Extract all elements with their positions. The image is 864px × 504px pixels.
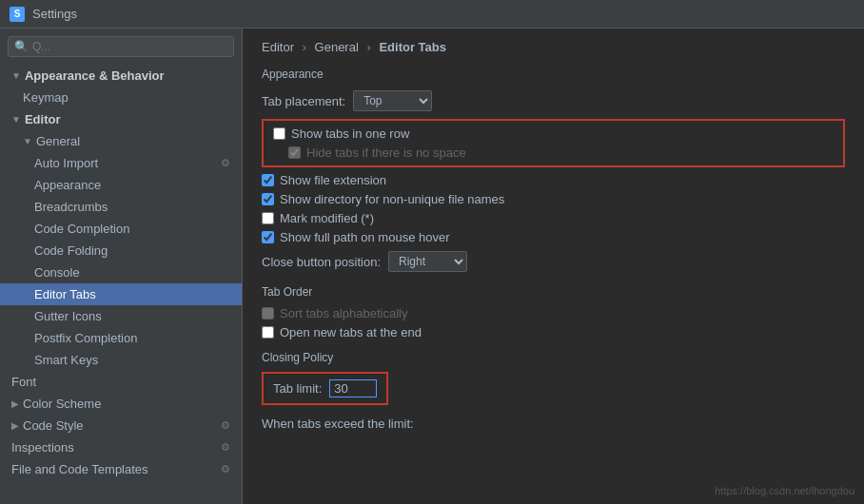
hide-tabs-no-space-row: Hide tabs if there is no space: [273, 145, 834, 160]
tab-limit-input[interactable]: [329, 379, 377, 397]
sort-alphabetically-label: Sort tabs alphabetically: [280, 306, 407, 320]
content-panel: Editor › General › Editor Tabs Appearanc…: [243, 29, 864, 504]
close-button-row: Close button position: Right Left Hidden: [262, 249, 845, 274]
sidebar-item-file-code-templates[interactable]: File and Code Templates ⚙: [0, 458, 242, 480]
show-directory-label: Show directory for non-unique file names: [280, 192, 504, 206]
open-new-tabs-label: Open new tabs at the end: [280, 325, 422, 339]
chevron-right-icon: ▶: [11, 420, 19, 431]
show-tabs-one-row-label: Show tabs in one row: [291, 126, 409, 141]
settings-icon: ⚙: [221, 157, 230, 169]
breadcrumb-sep-1: ›: [303, 40, 306, 54]
breadcrumb-sep-2: ›: [366, 40, 370, 54]
sidebar-item-code-completion[interactable]: Code Completion: [0, 218, 242, 240]
main-layout: 🔍 ▼ Appearance & Behavior Keymap ▼ Edito…: [0, 29, 864, 504]
sidebar-item-editor[interactable]: ▼ Editor: [0, 108, 242, 130]
show-tabs-one-row-row: Show tabs in one row: [273, 126, 834, 141]
sidebar-item-inspections[interactable]: Inspections ⚙: [0, 436, 242, 458]
closing-policy-section: Closing Policy Tab limit: When tabs exce…: [262, 351, 845, 431]
open-new-tabs-checkbox[interactable]: [262, 326, 274, 339]
breadcrumb: Editor › General › Editor Tabs: [262, 40, 845, 54]
show-file-extension-row: Show file extension: [262, 173, 845, 187]
tab-placement-row: Tab placement: Top Bottom Left Right Non…: [262, 88, 845, 113]
sort-alphabetically-checkbox[interactable]: [262, 307, 274, 320]
show-tabs-checkbox-group: Show tabs in one row Hide tabs if there …: [262, 119, 845, 167]
when-exceeds-label: When tabs exceed the limit:: [262, 417, 845, 431]
appearance-section-title: Appearance: [262, 68, 845, 81]
chevron-right-icon: ▶: [11, 398, 19, 409]
close-button-label: Close button position:: [262, 255, 381, 269]
settings-icon: ⚙: [221, 419, 230, 432]
show-directory-row: Show directory for non-unique file names: [262, 192, 845, 206]
sidebar-item-appearance-behavior[interactable]: ▼ Appearance & Behavior: [0, 65, 242, 87]
close-button-select[interactable]: Right Left Hidden: [388, 251, 467, 272]
sidebar-item-font[interactable]: Font: [0, 371, 242, 393]
sidebar-item-postfix-completion[interactable]: Postfix Completion: [0, 327, 242, 349]
tab-order-title: Tab Order: [262, 285, 845, 299]
sort-alpha-row: Sort tabs alphabetically: [262, 306, 845, 320]
sidebar-item-keymap[interactable]: Keymap: [0, 87, 242, 108]
sidebar-item-general[interactable]: ▼ General: [0, 130, 242, 152]
tab-order-section: Tab Order Sort tabs alphabetically Open …: [262, 285, 845, 339]
closing-policy-title: Closing Policy: [262, 351, 845, 364]
search-input[interactable]: [32, 40, 227, 53]
settings-icon: ⚙: [221, 463, 230, 475]
sidebar-item-color-scheme[interactable]: ▶ Color Scheme: [0, 393, 242, 415]
hide-tabs-no-space-label: Hide tabs if there is no space: [306, 145, 466, 160]
sidebar-item-breadcrumbs[interactable]: Breadcrumbs: [0, 196, 242, 218]
breadcrumb-general: General: [315, 40, 359, 54]
chevron-down-icon: ▼: [23, 136, 32, 146]
app-icon: S: [10, 7, 25, 22]
show-full-path-checkbox[interactable]: [262, 231, 274, 243]
sidebar-item-auto-import[interactable]: Auto Import ⚙: [0, 152, 242, 174]
sidebar-item-console[interactable]: Console: [0, 262, 242, 283]
tab-placement-label: Tab placement:: [262, 94, 345, 108]
title-bar-text: Settings: [32, 7, 77, 21]
tab-limit-group: Tab limit:: [262, 372, 388, 405]
sidebar: 🔍 ▼ Appearance & Behavior Keymap ▼ Edito…: [0, 29, 243, 504]
show-full-path-label: Show full path on mouse hover: [280, 230, 450, 244]
sidebar-item-appearance[interactable]: Appearance: [0, 174, 242, 196]
chevron-down-icon: ▼: [11, 114, 21, 125]
show-directory-checkbox[interactable]: [262, 193, 274, 205]
hide-tabs-no-space-checkbox[interactable]: [288, 146, 301, 159]
mark-modified-row: Mark modified (*): [262, 211, 845, 225]
show-tabs-one-row-checkbox[interactable]: [273, 127, 285, 140]
watermark: https://blog.csdn.net/lhongdou: [715, 485, 854, 496]
chevron-down-icon: ▼: [11, 70, 21, 81]
title-bar: S Settings: [0, 0, 864, 29]
show-file-extension-label: Show file extension: [280, 173, 386, 187]
sidebar-item-gutter-icons[interactable]: Gutter Icons: [0, 305, 242, 327]
search-box[interactable]: 🔍: [8, 36, 234, 57]
show-file-extension-checkbox[interactable]: [262, 174, 274, 186]
mark-modified-label: Mark modified (*): [280, 211, 374, 225]
breadcrumb-editor-tabs: Editor Tabs: [379, 40, 446, 54]
tab-limit-label: Tab limit:: [273, 381, 322, 396]
open-new-tabs-row: Open new tabs at the end: [262, 325, 845, 339]
sidebar-item-editor-tabs[interactable]: Editor Tabs: [0, 283, 242, 305]
sidebar-item-code-style[interactable]: ▶ Code Style ⚙: [0, 415, 242, 436]
breadcrumb-editor: Editor: [262, 40, 294, 54]
settings-icon: ⚙: [221, 441, 230, 454]
sidebar-item-smart-keys[interactable]: Smart Keys: [0, 349, 242, 371]
mark-modified-checkbox[interactable]: [262, 212, 274, 224]
show-full-path-row: Show full path on mouse hover: [262, 230, 845, 244]
search-icon: 🔍: [14, 40, 29, 53]
sidebar-item-code-folding[interactable]: Code Folding: [0, 240, 242, 262]
tab-placement-select[interactable]: Top Bottom Left Right None: [353, 90, 432, 111]
